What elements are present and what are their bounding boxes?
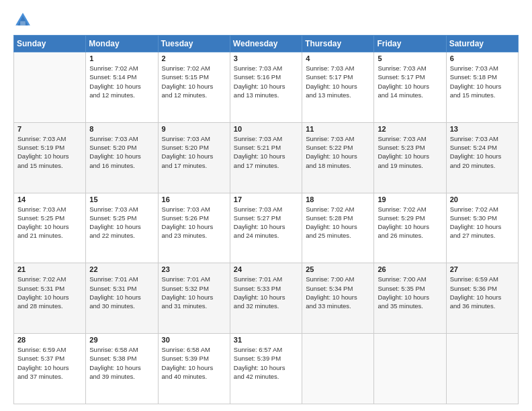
day-info: Sunrise: 7:03 AMSunset: 5:17 PMDaylight:…: [378, 64, 442, 99]
day-number: 9: [162, 125, 226, 133]
calendar-cell: 12Sunrise: 7:03 AMSunset: 5:23 PMDayligh…: [374, 122, 446, 193]
logo-icon: [13, 11, 32, 30]
weekday-header: Thursday: [302, 36, 374, 52]
day-info: Sunrise: 7:01 AMSunset: 5:33 PMDaylight:…: [234, 275, 298, 310]
day-info: Sunrise: 7:01 AMSunset: 5:31 PMDaylight:…: [89, 275, 154, 310]
day-info: Sunrise: 7:03 AMSunset: 5:21 PMDaylight:…: [234, 134, 298, 170]
day-info: Sunrise: 7:02 AMSunset: 5:14 PMDaylight:…: [89, 64, 154, 99]
calendar-week-row: 28Sunrise: 6:59 AMSunset: 5:37 PMDayligh…: [14, 334, 519, 404]
day-info: Sunrise: 7:03 AMSunset: 5:17 PMDaylight:…: [306, 64, 370, 99]
day-number: 19: [378, 195, 442, 203]
logo: [13, 11, 35, 30]
day-info: Sunrise: 7:03 AMSunset: 5:16 PMDaylight:…: [234, 64, 298, 99]
calendar-body: 1Sunrise: 7:02 AMSunset: 5:14 PMDaylight…: [14, 52, 519, 404]
day-number: 17: [234, 195, 298, 203]
calendar-cell: 3Sunrise: 7:03 AMSunset: 5:16 PMDaylight…: [230, 52, 302, 123]
calendar-cell: 25Sunrise: 7:00 AMSunset: 5:34 PMDayligh…: [302, 263, 374, 334]
day-number: 27: [450, 265, 515, 273]
day-number: 1: [89, 54, 154, 62]
day-number: 23: [162, 265, 226, 273]
svg-rect-2: [20, 21, 26, 26]
calendar-cell: [14, 52, 86, 123]
day-info: Sunrise: 7:00 AMSunset: 5:35 PMDaylight:…: [378, 275, 442, 310]
calendar-cell: 29Sunrise: 6:58 AMSunset: 5:38 PMDayligh…: [86, 334, 158, 404]
calendar-cell: 2Sunrise: 7:02 AMSunset: 5:15 PMDaylight…: [158, 52, 230, 123]
calendar-cell: 21Sunrise: 7:02 AMSunset: 5:31 PMDayligh…: [14, 263, 86, 334]
calendar-week-row: 21Sunrise: 7:02 AMSunset: 5:31 PMDayligh…: [14, 263, 519, 334]
calendar-cell: 8Sunrise: 7:03 AMSunset: 5:20 PMDaylight…: [86, 122, 158, 193]
day-number: 30: [162, 336, 226, 344]
calendar-cell: 27Sunrise: 6:59 AMSunset: 5:36 PMDayligh…: [446, 263, 518, 334]
calendar-week-row: 14Sunrise: 7:03 AMSunset: 5:25 PMDayligh…: [14, 193, 519, 263]
calendar-cell: 10Sunrise: 7:03 AMSunset: 5:21 PMDayligh…: [230, 122, 302, 193]
day-number: 16: [162, 195, 226, 203]
day-number: 12: [378, 125, 442, 133]
day-info: Sunrise: 7:03 AMSunset: 5:20 PMDaylight:…: [89, 134, 154, 170]
day-number: 6: [450, 54, 515, 62]
calendar-cell: [446, 334, 518, 404]
day-number: 13: [450, 125, 515, 133]
day-number: 22: [89, 265, 154, 273]
calendar-cell: 14Sunrise: 7:03 AMSunset: 5:25 PMDayligh…: [14, 193, 86, 263]
day-info: Sunrise: 6:57 AMSunset: 5:39 PMDaylight:…: [234, 345, 298, 381]
day-info: Sunrise: 7:03 AMSunset: 5:20 PMDaylight:…: [162, 134, 226, 170]
day-info: Sunrise: 7:03 AMSunset: 5:26 PMDaylight:…: [162, 205, 226, 240]
calendar-cell: 28Sunrise: 6:59 AMSunset: 5:37 PMDayligh…: [14, 334, 86, 404]
calendar-cell: 23Sunrise: 7:01 AMSunset: 5:32 PMDayligh…: [158, 263, 230, 334]
day-number: 18: [306, 195, 370, 203]
day-number: 7: [17, 125, 82, 133]
day-info: Sunrise: 7:02 AMSunset: 5:15 PMDaylight:…: [162, 64, 226, 99]
calendar-cell: 7Sunrise: 7:03 AMSunset: 5:19 PMDaylight…: [14, 122, 86, 193]
calendar-cell: 6Sunrise: 7:03 AMSunset: 5:18 PMDaylight…: [446, 52, 518, 123]
day-info: Sunrise: 7:03 AMSunset: 5:24 PMDaylight:…: [450, 134, 515, 170]
calendar-cell: 9Sunrise: 7:03 AMSunset: 5:20 PMDaylight…: [158, 122, 230, 193]
calendar-cell: 16Sunrise: 7:03 AMSunset: 5:26 PMDayligh…: [158, 193, 230, 263]
day-number: 10: [234, 125, 298, 133]
day-info: Sunrise: 7:03 AMSunset: 5:25 PMDaylight:…: [17, 205, 82, 240]
day-number: 4: [306, 54, 370, 62]
day-info: Sunrise: 7:03 AMSunset: 5:19 PMDaylight:…: [17, 134, 82, 170]
day-info: Sunrise: 6:59 AMSunset: 5:37 PMDaylight:…: [17, 345, 82, 381]
calendar-week-row: 7Sunrise: 7:03 AMSunset: 5:19 PMDaylight…: [14, 122, 519, 193]
weekday-header: Tuesday: [158, 36, 230, 52]
calendar-cell: 13Sunrise: 7:03 AMSunset: 5:24 PMDayligh…: [446, 122, 518, 193]
calendar-cell: [302, 334, 374, 404]
calendar-cell: [374, 334, 446, 404]
day-number: 14: [17, 195, 82, 203]
calendar-cell: 4Sunrise: 7:03 AMSunset: 5:17 PMDaylight…: [302, 52, 374, 123]
weekday-header: Sunday: [14, 36, 86, 52]
day-info: Sunrise: 7:03 AMSunset: 5:23 PMDaylight:…: [378, 134, 442, 170]
weekday-header: Saturday: [446, 36, 518, 52]
day-number: 21: [17, 265, 82, 273]
weekday-header: Wednesday: [230, 36, 302, 52]
calendar-cell: 18Sunrise: 7:02 AMSunset: 5:28 PMDayligh…: [302, 193, 374, 263]
day-info: Sunrise: 7:03 AMSunset: 5:22 PMDaylight:…: [306, 134, 370, 170]
calendar-cell: 1Sunrise: 7:02 AMSunset: 5:14 PMDaylight…: [86, 52, 158, 123]
weekday-header: Friday: [374, 36, 446, 52]
calendar-week-row: 1Sunrise: 7:02 AMSunset: 5:14 PMDaylight…: [14, 52, 519, 123]
calendar-cell: 15Sunrise: 7:03 AMSunset: 5:25 PMDayligh…: [86, 193, 158, 263]
day-info: Sunrise: 6:58 AMSunset: 5:38 PMDaylight:…: [89, 345, 154, 381]
day-number: 5: [378, 54, 442, 62]
calendar-cell: 11Sunrise: 7:03 AMSunset: 5:22 PMDayligh…: [302, 122, 374, 193]
day-number: 24: [234, 265, 298, 273]
calendar-cell: 19Sunrise: 7:02 AMSunset: 5:29 PMDayligh…: [374, 193, 446, 263]
day-number: 26: [378, 265, 442, 273]
day-info: Sunrise: 7:03 AMSunset: 5:27 PMDaylight:…: [234, 205, 298, 240]
day-info: Sunrise: 7:01 AMSunset: 5:32 PMDaylight:…: [162, 275, 226, 310]
day-number: 31: [234, 336, 298, 344]
weekday-header: Monday: [86, 36, 158, 52]
day-number: 15: [89, 195, 154, 203]
calendar-cell: 17Sunrise: 7:03 AMSunset: 5:27 PMDayligh…: [230, 193, 302, 263]
day-number: 8: [89, 125, 154, 133]
calendar-cell: 5Sunrise: 7:03 AMSunset: 5:17 PMDaylight…: [374, 52, 446, 123]
calendar-cell: 31Sunrise: 6:57 AMSunset: 5:39 PMDayligh…: [230, 334, 302, 404]
day-info: Sunrise: 6:59 AMSunset: 5:36 PMDaylight:…: [450, 275, 515, 310]
calendar-cell: 22Sunrise: 7:01 AMSunset: 5:31 PMDayligh…: [86, 263, 158, 334]
day-info: Sunrise: 7:00 AMSunset: 5:34 PMDaylight:…: [306, 275, 370, 310]
calendar-cell: 30Sunrise: 6:58 AMSunset: 5:39 PMDayligh…: [158, 334, 230, 404]
calendar-header-row: SundayMondayTuesdayWednesdayThursdayFrid…: [14, 36, 519, 52]
day-number: 25: [306, 265, 370, 273]
calendar-cell: 24Sunrise: 7:01 AMSunset: 5:33 PMDayligh…: [230, 263, 302, 334]
calendar-cell: 20Sunrise: 7:02 AMSunset: 5:30 PMDayligh…: [446, 193, 518, 263]
